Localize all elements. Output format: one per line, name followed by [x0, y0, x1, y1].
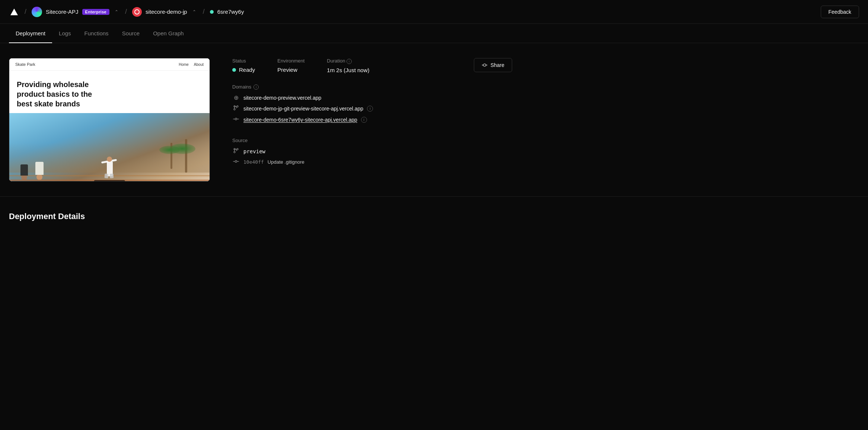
- svg-point-9: [235, 118, 237, 120]
- preview-frame: Skate Park Home About Providing wholesal…: [9, 58, 210, 181]
- svg-point-8: [237, 106, 238, 107]
- deployment-status-dot: [210, 10, 214, 14]
- status-field: Status Ready: [232, 58, 255, 74]
- figure-left: [20, 164, 28, 180]
- environment-value: Preview: [277, 67, 297, 73]
- svg-point-14: [237, 148, 238, 150]
- svg-point-2: [482, 65, 483, 66]
- project-chevron[interactable]: ⌃: [191, 9, 198, 15]
- login-overlay[interactable]: Log in to interact: [94, 180, 125, 181]
- app-chevron[interactable]: ⌃: [113, 9, 120, 15]
- domain-item-3: sitecore-demo-6sre7wy6y-sitecore-apj.ver…: [232, 116, 512, 123]
- breadcrumb-sep-3: /: [203, 8, 205, 16]
- tab-open-graph[interactable]: Open Graph: [146, 24, 191, 43]
- preview-hero-text: Providing wholesale product basics to th…: [17, 80, 106, 109]
- source-branch-name: preview: [243, 148, 265, 154]
- tab-logs[interactable]: Logs: [52, 24, 78, 43]
- vercel-logo[interactable]: [9, 7, 19, 17]
- share-button[interactable]: Share: [474, 58, 512, 72]
- domain-link-3[interactable]: sitecore-demo-6sre7wy6y-sitecore-apj.ver…: [243, 117, 357, 123]
- header: / Sitecore-APJ Enterprise ⌃ / sitecore-d…: [0, 0, 868, 24]
- details-title: Deployment Details: [9, 212, 859, 221]
- preview-top-bar: Skate Park Home About: [9, 58, 210, 71]
- nav-tabs: Deployment Logs Functions Source Open Gr…: [0, 24, 868, 43]
- branch-icon-1: [232, 105, 240, 112]
- details-section: Deployment Details: [0, 196, 868, 236]
- deployment-id: 6sre7wy6y: [217, 9, 244, 15]
- domain-link-1[interactable]: sitecore-demo-preview.vercel.app: [243, 95, 321, 101]
- source-commit-item: 10e40ff Update .gitignore: [232, 158, 512, 166]
- tab-functions[interactable]: Functions: [78, 24, 115, 43]
- source-commit-hash: 10e40ff: [243, 159, 264, 165]
- svg-marker-0: [10, 9, 18, 15]
- status-dot: [232, 68, 236, 72]
- svg-point-13: [234, 151, 235, 153]
- duration-value: 1m 2s (Just now): [327, 67, 369, 73]
- globe-icon: ⊕: [232, 94, 240, 101]
- status-text: Ready: [239, 67, 255, 73]
- environment-label: Environment: [277, 58, 304, 64]
- source-branch-icon: [232, 148, 240, 155]
- domains-label: Domains i: [232, 84, 512, 90]
- preview-site-name: Skate Park: [15, 62, 35, 67]
- duration-field: Duration i 1m 2s (Just now): [327, 58, 369, 74]
- domain-2-info-icon[interactable]: i: [367, 106, 373, 112]
- preview-container[interactable]: Skate Park Home About Providing wholesal…: [9, 58, 210, 182]
- enterprise-badge: Enterprise: [82, 9, 109, 15]
- domain-item-1: ⊕ sitecore-demo-preview.vercel.app: [232, 94, 512, 101]
- source-branch-item: preview: [232, 148, 512, 155]
- share-icon: [482, 62, 488, 68]
- tab-source[interactable]: Source: [115, 24, 147, 43]
- source-section: Source preview: [232, 138, 512, 169]
- breadcrumb-sep-1: /: [25, 8, 26, 16]
- figure-left-2: [35, 162, 44, 180]
- info-panel: Status Ready Environment Preview Duratio…: [232, 58, 512, 169]
- preview-nav-home: Home: [179, 62, 189, 67]
- source-commit-icon: [232, 158, 240, 166]
- deployment-section: Skate Park Home About Providing wholesal…: [9, 58, 512, 182]
- preview-nav: Home About: [179, 62, 204, 67]
- svg-point-7: [234, 109, 235, 110]
- domains-section: Domains i ⊕ sitecore-demo-preview.vercel…: [232, 84, 512, 127]
- source-commit-message: Update .gitignore: [268, 159, 304, 165]
- status-label: Status: [232, 58, 255, 64]
- status-value: Ready: [232, 67, 255, 73]
- app-name[interactable]: Sitecore-APJ: [46, 9, 79, 15]
- info-top-row: Status Ready Environment Preview Duratio…: [232, 58, 512, 74]
- domains-info-icon[interactable]: i: [253, 84, 259, 90]
- svg-point-15: [235, 161, 237, 163]
- duration-info-icon[interactable]: i: [347, 59, 352, 64]
- domain-3-info-icon[interactable]: i: [361, 117, 367, 123]
- feedback-button[interactable]: Feedback: [821, 6, 859, 18]
- project-name[interactable]: sitecore-demo-jp: [146, 9, 187, 15]
- preview-nav-about: About: [194, 62, 204, 67]
- project-icon: [132, 7, 142, 17]
- skater-figure: [100, 143, 119, 180]
- duration-label: Duration i: [327, 58, 369, 64]
- breadcrumb-sep-2: /: [125, 8, 127, 16]
- domain-link-2[interactable]: sitecore-demo-jp-git-preview-sitecore-ap…: [243, 106, 363, 112]
- source-label: Source: [232, 138, 512, 143]
- commit-icon: [232, 116, 240, 123]
- info-fields: Status Ready Environment Preview Duratio…: [232, 58, 370, 74]
- app-icon: [32, 7, 42, 17]
- environment-field: Environment Preview: [277, 58, 304, 74]
- tab-deployment[interactable]: Deployment: [9, 24, 52, 43]
- main-content: Skate Park Home About Providing wholesal…: [0, 43, 521, 196]
- preview-image: Log in to interact: [9, 113, 210, 181]
- domain-item-2: sitecore-demo-jp-git-preview-sitecore-ap…: [232, 105, 512, 112]
- preview-hero: Providing wholesale product basics to th…: [9, 71, 210, 113]
- svg-point-3: [486, 65, 487, 66]
